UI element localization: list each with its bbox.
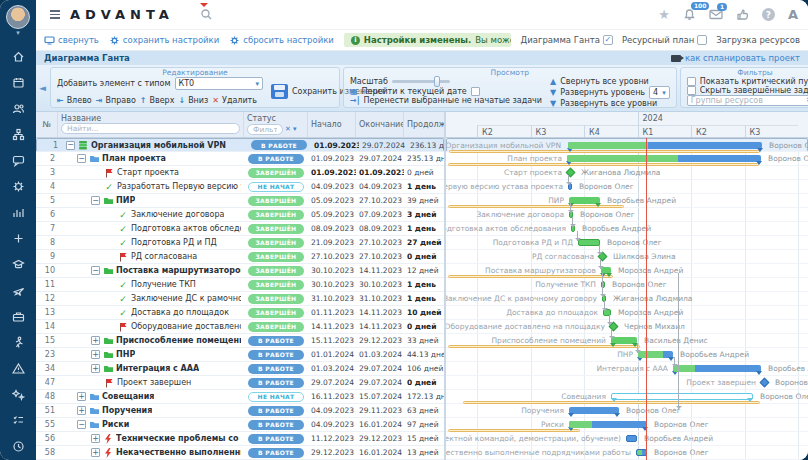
save-settings-button[interactable]: сохранить настройки [109, 35, 219, 46]
view-gantt-toggle[interactable]: Диаграмма Ганта✓ [521, 35, 613, 45]
plus-icon[interactable] [0, 225, 36, 251]
table-row[interactable]: 15+Приспособление помещенийВ РАБОТЕ15.11… [36, 334, 444, 348]
table-row[interactable]: 55−РискиВ РАБОТЕ04.09.202316.01.202497 д… [36, 418, 444, 432]
gantt-row[interactable]: СовещанияВоронов Олег [446, 390, 808, 404]
task-bar[interactable] [569, 197, 600, 204]
expander-expand[interactable]: + [91, 448, 100, 457]
table-row[interactable]: 10−Поставка маршрутизаторовЗАВЕРШЁН30.10… [36, 264, 444, 278]
expander-expand[interactable]: + [77, 392, 86, 401]
view-resource-load-toggle[interactable]: Загрузка ресурсов [716, 35, 800, 45]
calendar-icon[interactable] [0, 69, 36, 95]
gantt-row[interactable]: Приспособление помещенийВасильев Денис [446, 334, 808, 348]
search-icon[interactable] [200, 8, 213, 21]
gantt-row[interactable]: Оборудование доставлено на площадкуЧерно… [446, 320, 808, 334]
expander-collapse[interactable]: − [91, 266, 100, 275]
task-bar[interactable] [611, 393, 753, 400]
gantt-row[interactable]: План проектаВоронов Олег [446, 152, 808, 166]
column-start[interactable]: Начало [308, 112, 356, 137]
table-row[interactable]: 8✓Подготовка РД и ПДЗАВЕРШЁН21.09.202327… [36, 236, 444, 250]
delete-button[interactable]: ✕Удалить [212, 96, 257, 105]
critical-path-checkbox[interactable] [687, 77, 696, 86]
milestone-diamond[interactable] [760, 378, 770, 388]
table-row[interactable]: 6✓Заключение договораЗАВЕРШЁН05.09.20230… [36, 208, 444, 222]
column-status[interactable]: Статус ✕ ▾ [244, 112, 308, 137]
checkbox-icon[interactable] [697, 35, 707, 45]
gantt-row[interactable]: ПорученияВоронов Олег [446, 404, 808, 418]
gantt-row[interactable]: Старт проектаЖиганова Людмила [446, 166, 808, 180]
task-bar[interactable] [638, 351, 673, 358]
name-filter-input[interactable] [61, 123, 240, 134]
expander-expand[interactable]: + [91, 350, 100, 359]
table-row[interactable]: 51+ПорученияВ РАБОТЕ04.09.202329.11.2023… [36, 404, 444, 418]
table-row[interactable]: 23+ПНРВ РАБОТЕ01.01.202401.03.202444.13 … [36, 348, 444, 362]
expander-expand[interactable]: + [77, 406, 86, 415]
task-bar[interactable] [611, 337, 637, 344]
move-unstarted-button[interactable]: →|Перенести выбранные не начатые задачи [350, 96, 542, 105]
element-type-select[interactable]: КТ0▾ [175, 77, 263, 90]
expand-level-select[interactable]: 4▾ [649, 86, 670, 99]
sparkles-icon[interactable] [0, 381, 36, 407]
table-row[interactable]: 56+Технические проблемы со связью (комму… [36, 432, 444, 446]
task-bar[interactable] [567, 155, 761, 162]
clear-filter-icon[interactable]: ✕ [285, 126, 291, 133]
view-resource-plan-toggle[interactable]: Ресурсный план [622, 35, 707, 45]
table-row[interactable]: 14Оборудование доставлено на площадкуЗАВ… [36, 320, 444, 334]
table-row[interactable]: 4✓Разработать Первую версию устава проек… [36, 180, 444, 194]
checklist-icon[interactable] [0, 407, 36, 433]
hierarchy-icon[interactable] [0, 121, 36, 147]
column-num[interactable]: № [36, 112, 58, 137]
status-filter-input[interactable] [247, 124, 283, 135]
gantt-row[interactable]: Технические проблемы со связью (коммуник… [446, 432, 808, 446]
gantt-row[interactable]: Подготовка РД и ПДВоронов Олег [446, 236, 808, 250]
table-row[interactable]: 47Проект завершенВ РАБОТЕ29.07.202429.07… [36, 376, 444, 390]
table-row[interactable]: 12✓Заключение ДС к рамочному договоруЗАВ… [36, 292, 444, 306]
mail-icon[interactable]: 1 [709, 9, 723, 20]
scale-slider[interactable] [392, 80, 450, 83]
table-row[interactable]: 13✓Доставка до площадокЗАВЕРШЁН01.11.202… [36, 306, 444, 320]
gantt-row[interactable]: РискиВоронов Олег [446, 418, 808, 432]
gantt-row[interactable]: Заключение договораВоронов Олег [446, 208, 808, 222]
gantt-row[interactable]: Некачественно выполненные подрядчиками р… [446, 446, 808, 460]
resource-groups-input[interactable]: Группы ресурсов✕▾ [687, 95, 808, 106]
plane-icon[interactable] [0, 277, 36, 303]
chart-icon[interactable] [0, 199, 36, 225]
gantt-row[interactable]: Подготовка актов обследованияВоробьев Ан… [446, 222, 808, 236]
gantt-row[interactable]: Разработать Первую версию устава проекта… [446, 180, 808, 194]
collapse-all-button[interactable]: ▲Свернуть все уровни [550, 77, 670, 86]
reset-settings-button[interactable]: сбросить настройки [229, 35, 334, 46]
column-duration[interactable]: Продолжительность [404, 112, 446, 137]
expander-collapse[interactable]: − [66, 141, 75, 150]
gantt-row[interactable]: Заключение ДС к рамочному договоруЖигано… [446, 292, 808, 306]
table-row[interactable]: 7✓Подготовка актов обследованияЗАВЕРШЁН0… [36, 222, 444, 236]
chevron-down-icon[interactable]: ▾ [16, 30, 20, 37]
warning-icon[interactable] [0, 355, 36, 381]
expander-expand[interactable]: + [91, 434, 100, 443]
briefcase-icon[interactable] [0, 303, 36, 329]
activity-icon[interactable] [0, 329, 36, 355]
users-icon[interactable] [0, 95, 36, 121]
table-row[interactable]: 2−План проектаВ РАБОТЕ01.09.202329.07.20… [36, 152, 444, 166]
task-bar[interactable] [568, 142, 762, 149]
chevron-down-icon[interactable]: ▾ [293, 126, 297, 133]
table-row[interactable]: 11✓Получение ТКПЗАВЕРШЁН30.10.202330.10.… [36, 278, 444, 292]
move-up-button[interactable]: ↑Вверх [140, 96, 175, 105]
move-left-button[interactable]: ⇤Влево [57, 96, 92, 105]
gantt-row[interactable]: ПНРВоробьев Андрей [446, 348, 808, 362]
task-bar[interactable] [569, 407, 619, 414]
collapse-button[interactable]: свернуть [44, 35, 99, 45]
table-row[interactable]: 1−Организация мобильной VPNВ РАБОТЕ01.09… [36, 138, 444, 152]
task-bar[interactable] [578, 239, 600, 246]
column-end[interactable]: Окончание [356, 112, 404, 137]
gantt-row[interactable]: Проект завершенВоронов Олег [446, 376, 808, 390]
star-icon[interactable]: ★ [658, 7, 670, 22]
goto-today-checkbox[interactable] [471, 87, 480, 96]
expander-expand[interactable]: + [91, 336, 100, 345]
avatar[interactable] [6, 5, 30, 29]
column-name[interactable]: Название [58, 112, 244, 137]
table-row[interactable]: 9РД согласованаЗАВЕРШЁН27.10.202327.10.2… [36, 250, 444, 264]
expander-collapse[interactable]: − [77, 420, 86, 429]
checkbox-checked-icon[interactable]: ✓ [603, 35, 613, 45]
chat-icon[interactable] [0, 147, 36, 173]
save-changes-button[interactable]: Сохранить изменения [271, 77, 333, 105]
expand-all-button[interactable]: ▼Развернуть все уровни [550, 99, 670, 108]
